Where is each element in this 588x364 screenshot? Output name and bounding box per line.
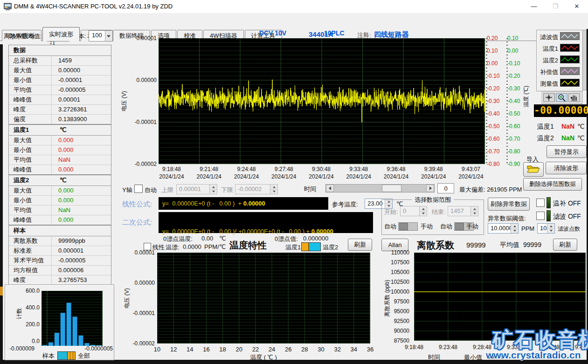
temp1-table: 温度1℃最大值0.000最小值0.000平均值NaN峰峰值0.000 — [8, 124, 111, 175]
row-label: 离散系数 — [9, 236, 52, 246]
legend-swatch-1[interactable] — [560, 32, 580, 40]
histogram-x-max: -0.0000005 — [70, 345, 113, 352]
tick-label: 107500 — [387, 259, 409, 266]
filter-points-spinner[interactable]: 10 — [537, 223, 555, 234]
table-header-unit: ℃ — [53, 175, 67, 185]
lower-limit-value: -0.00002 — [235, 185, 270, 194]
up-down-arrows-icon[interactable] — [270, 185, 277, 194]
x-date-label: 2024/1/24 — [453, 173, 489, 180]
cv-x-tick: 9:23:48 — [434, 344, 462, 350]
threshold-spinner[interactable]: 10.0000 — [488, 223, 519, 234]
up-down-arrows-icon[interactable] — [419, 206, 427, 216]
range-start-toggle[interactable] — [398, 222, 418, 231]
table-header: 样本 — [9, 226, 111, 236]
cv-mean-label2: 平均值 — [500, 241, 519, 249]
legend-swatch-5[interactable] — [560, 79, 580, 87]
temp-chart-refresh-button[interactable]: 刷新 — [348, 239, 372, 251]
scroll-left-icon[interactable] — [326, 185, 334, 192]
table-row: 平均值NaN — [9, 206, 111, 215]
scroll-right-icon[interactable] — [426, 185, 434, 192]
table-row: 最小值-0.00001 — [9, 76, 111, 85]
legend-swatch-4[interactable] — [560, 67, 580, 75]
main-waveform-plot[interactable] — [159, 38, 485, 164]
x-time-label: 9:27:48 — [266, 166, 302, 172]
row-value: -0.000005 — [52, 85, 111, 95]
pan-hand-icon[interactable] — [568, 93, 580, 102]
histogram-all-swatch[interactable] — [67, 351, 76, 360]
histogram-sample-swatch[interactable] — [57, 351, 68, 360]
import-folder-button[interactable] — [523, 162, 544, 177]
tick-label: 97500 — [387, 298, 409, 305]
range-end-spinner[interactable]: 1457 — [448, 206, 478, 216]
tick-label: -0.80 — [507, 148, 526, 155]
delete-range-button[interactable]: 删除选择范围数据 — [523, 178, 582, 191]
row-value: 1459 — [52, 56, 111, 65]
pause-display-button[interactable]: 暂停显示 — [546, 145, 587, 158]
cv-x-tick: 9:18:48 — [400, 344, 428, 350]
quad-formula-label: 二次公式: — [122, 218, 152, 227]
filter-checkbox[interactable] — [536, 212, 545, 220]
cv-min-label: 最小值 — [464, 353, 482, 362]
tick-label: -0.50 — [487, 123, 505, 130]
minimize-button[interactable]: — — [523, 0, 545, 13]
linear-formula-offset: 0.00000 — [243, 200, 265, 207]
maximize-button[interactable]: ❐ — [545, 0, 566, 13]
tick-label: -0.40 — [507, 98, 526, 104]
up-down-arrows-icon[interactable] — [547, 224, 554, 233]
table-row: 最大值0.000 — [9, 136, 111, 145]
legend-scrollbar[interactable] — [582, 30, 587, 90]
chevron-down-icon[interactable] — [105, 31, 112, 41]
tab-2[interactable]: 实时波形 — [42, 27, 80, 41]
legend-swatch-2[interactable] — [560, 44, 580, 52]
data-table: 数据总采样数1459最大值0.00000最小值-0.00001平均值-0.000… — [8, 45, 111, 124]
temp-chart-legend-swatch[interactable] — [301, 242, 321, 251]
range-end-auto-label: 自动 — [440, 222, 452, 231]
legend-label-4: 补偿值 — [538, 68, 558, 76]
hist-y-tick: 600.0 — [19, 288, 40, 294]
tick-label: -0.20 — [507, 73, 526, 79]
histogram-plot[interactable] — [42, 291, 103, 346]
time-offset-value[interactable]: 0 — [437, 183, 454, 193]
temp-chart-plot[interactable] — [157, 253, 370, 343]
temp2-readout-value: NaN — [561, 134, 574, 142]
lower-limit-spinner[interactable]: -0.00002 — [235, 184, 278, 194]
clear-waveform-button[interactable]: 清除波形 — [546, 162, 587, 174]
table-row: 峰峰值0.00001 — [9, 95, 111, 105]
range-start-spinner[interactable]: 0 — [400, 206, 427, 216]
sample-count-dropdown[interactable]: 100 — [89, 30, 113, 41]
tab-bar: DMM面板实时波形示波器数据终端选项校准4W扫描器计算工具 34401A 注释:… — [0, 13, 588, 28]
tick-label: -0.20 — [487, 85, 505, 92]
linear-formula-display: y= 0.00000E+0 (t - 0.00 ) + 0.00000 — [159, 197, 328, 210]
close-button[interactable]: ✕ — [566, 0, 588, 13]
threshold-unit: PPM — [521, 225, 534, 232]
temp-comp-label: 温补 OFF — [553, 199, 581, 208]
legend-swatch-3[interactable] — [560, 55, 580, 63]
up-down-arrows-icon[interactable] — [470, 206, 478, 216]
row-label: 最小值 — [9, 196, 52, 205]
legend-label-5: 测量值 — [538, 80, 558, 88]
table-header-text: 温度1 — [9, 125, 53, 135]
tick-label: -0.80 — [487, 161, 505, 167]
time-scrollbar[interactable] — [325, 184, 435, 192]
zoom-icon[interactable] — [556, 93, 567, 102]
temp-x-tick: 16 — [201, 346, 212, 353]
remove-outliers-button[interactable]: 剔除异常数据 — [488, 198, 530, 211]
crosshair-icon[interactable] — [543, 93, 555, 102]
table-header: 温度1℃ — [9, 125, 111, 136]
up-down-arrows-icon[interactable] — [511, 224, 518, 233]
y-axis-auto-checkbox[interactable] — [134, 185, 143, 193]
app-icon — [4, 3, 12, 10]
table-row: 峰峰值0.000 — [9, 215, 111, 225]
cv-refresh-button[interactable]: 刷新 — [553, 239, 577, 251]
up-down-arrows-icon[interactable] — [209, 185, 217, 194]
temp-x-tick: 14 — [184, 346, 195, 353]
temp2-readout-label: 温度2 — [537, 134, 554, 143]
row-value: 0.000 — [52, 215, 111, 225]
upper-limit-spinner[interactable]: 0.00001 — [176, 184, 217, 194]
temp-drift-unit: PPM/℃ — [204, 243, 226, 250]
temp-x-tick: 22 — [250, 346, 261, 353]
filter-label: 滤波 OFF — [553, 213, 581, 221]
quad-formula-offset: 0.00000 — [311, 228, 333, 235]
time-scrollbar-thumb[interactable] — [382, 185, 401, 192]
temp-comp-checkbox[interactable] — [536, 199, 545, 207]
